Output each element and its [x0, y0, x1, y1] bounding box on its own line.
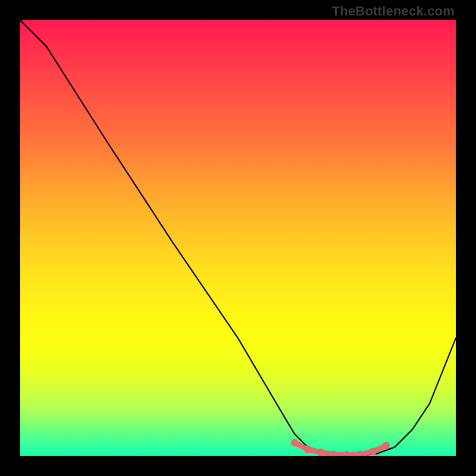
chart-frame: TheBottleneck.com — [0, 0, 476, 476]
curve-svg — [20, 20, 456, 456]
marker-point — [317, 449, 325, 456]
marker-point — [343, 451, 351, 456]
flat-region-markers — [291, 439, 390, 456]
curve-path-group — [20, 20, 456, 456]
marker-point — [369, 447, 377, 455]
bottleneck-curve — [20, 20, 456, 456]
watermark-text: TheBottleneck.com — [332, 4, 455, 19]
marker-point — [382, 442, 390, 450]
marker-point — [291, 439, 299, 447]
marker-point — [304, 446, 312, 453]
plot-area — [20, 20, 456, 456]
